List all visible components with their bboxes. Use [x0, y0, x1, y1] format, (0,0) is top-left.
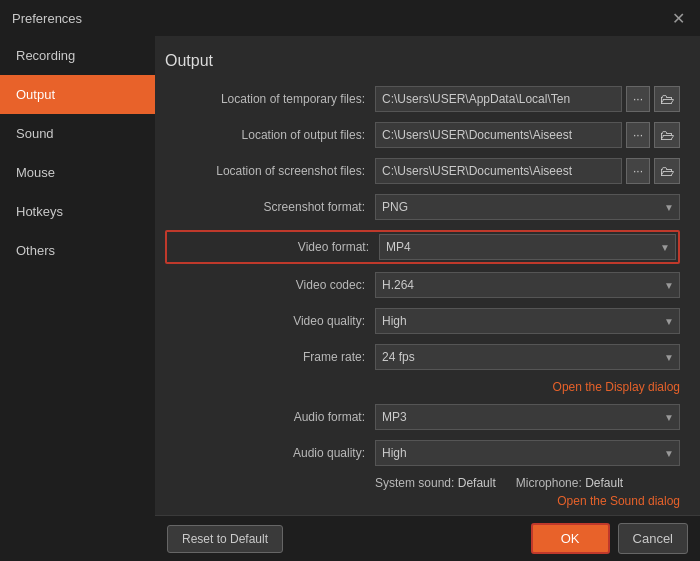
audio-quality-select-wrap: High Medium Low ▼	[375, 440, 680, 466]
window-title: Preferences	[12, 11, 82, 26]
screenshot-format-row: Screenshot format: PNG JPG BMP ▼	[165, 194, 680, 220]
footer-action-buttons: OK Cancel	[531, 523, 688, 554]
display-dialog-row: Open the Display dialog	[165, 380, 680, 394]
sidebar-item-recording[interactable]: Recording	[0, 36, 155, 75]
video-codec-row: Video codec: H.264 H.265 MPEG-4 ▼	[165, 272, 680, 298]
audio-quality-control: High Medium Low ▼	[375, 440, 680, 466]
video-codec-label: Video codec:	[165, 278, 375, 292]
microphone-info: Microphone: Default	[516, 476, 623, 490]
video-format-row: Video format: MP4 AVI MOV WMV ▼	[169, 234, 676, 260]
screenshot-format-label: Screenshot format:	[165, 200, 375, 214]
frame-rate-row: Frame rate: 24 fps 30 fps 60 fps ▼	[165, 344, 680, 370]
main-content-area: Recording Output Sound Mouse Hotkeys Oth…	[0, 36, 700, 561]
sound-dialog-row: Open the Sound dialog	[165, 494, 680, 508]
video-format-label: Video format:	[169, 240, 379, 254]
screenshot-files-control: ··· 🗁	[375, 158, 680, 184]
output-scroll-area: Output Location of temporary files: ··· …	[155, 36, 700, 515]
sidebar-item-sound[interactable]: Sound	[0, 114, 155, 153]
audio-format-select[interactable]: MP3 AAC WAV	[375, 404, 680, 430]
frame-rate-label: Frame rate:	[165, 350, 375, 364]
temp-files-folder-button[interactable]: 🗁	[654, 86, 680, 112]
frame-rate-select[interactable]: 24 fps 30 fps 60 fps	[375, 344, 680, 370]
screenshot-files-label: Location of screenshot files:	[165, 164, 375, 178]
output-files-input[interactable]	[375, 122, 622, 148]
video-quality-label: Video quality:	[165, 314, 375, 328]
sidebar-item-others[interactable]: Others	[0, 231, 155, 270]
video-quality-select[interactable]: High Medium Low	[375, 308, 680, 334]
audio-format-row: Audio format: MP3 AAC WAV ▼	[165, 404, 680, 430]
system-sound-label: System sound:	[375, 476, 454, 490]
video-format-control: MP4 AVI MOV WMV ▼	[379, 234, 676, 260]
video-format-select[interactable]: MP4 AVI MOV WMV	[379, 234, 676, 260]
screenshot-format-select-wrap: PNG JPG BMP ▼	[375, 194, 680, 220]
system-sound-info-row: System sound: Default Microphone: Defaul…	[165, 476, 680, 490]
microphone-value: Default	[585, 476, 623, 490]
video-quality-row: Video quality: High Medium Low ▼	[165, 308, 680, 334]
ok-button[interactable]: OK	[531, 523, 610, 554]
screenshot-files-row: Location of screenshot files: ··· 🗁	[165, 158, 680, 184]
output-section-title: Output	[165, 52, 680, 70]
frame-rate-control: 24 fps 30 fps 60 fps ▼	[375, 344, 680, 370]
open-sound-dialog-link[interactable]: Open the Sound dialog	[557, 494, 680, 508]
video-quality-control: High Medium Low ▼	[375, 308, 680, 334]
output-files-row: Location of output files: ··· 🗁	[165, 122, 680, 148]
sidebar-item-hotkeys[interactable]: Hotkeys	[0, 192, 155, 231]
title-bar: Preferences ✕	[0, 0, 700, 36]
screenshot-format-select[interactable]: PNG JPG BMP	[375, 194, 680, 220]
audio-format-control: MP3 AAC WAV ▼	[375, 404, 680, 430]
microphone-label: Microphone:	[516, 476, 582, 490]
sidebar: Recording Output Sound Mouse Hotkeys Oth…	[0, 36, 155, 561]
video-format-select-wrap: MP4 AVI MOV WMV ▼	[379, 234, 676, 260]
sidebar-item-output[interactable]: Output	[0, 75, 155, 114]
open-display-dialog-link[interactable]: Open the Display dialog	[553, 380, 680, 394]
screenshot-format-control: PNG JPG BMP ▼	[375, 194, 680, 220]
video-codec-control: H.264 H.265 MPEG-4 ▼	[375, 272, 680, 298]
reset-to-default-button[interactable]: Reset to Default	[167, 525, 283, 553]
audio-quality-label: Audio quality:	[165, 446, 375, 460]
audio-quality-row: Audio quality: High Medium Low ▼	[165, 440, 680, 466]
output-files-dots-button[interactable]: ···	[626, 122, 650, 148]
temp-files-row: Location of temporary files: ··· 🗁	[165, 86, 680, 112]
temp-files-control: ··· 🗁	[375, 86, 680, 112]
audio-format-label: Audio format:	[165, 410, 375, 424]
video-codec-select[interactable]: H.264 H.265 MPEG-4	[375, 272, 680, 298]
screenshot-files-input[interactable]	[375, 158, 622, 184]
temp-files-input[interactable]	[375, 86, 622, 112]
preferences-window: Preferences ✕ Recording Output Sound Mou…	[0, 0, 700, 561]
temp-files-dots-button[interactable]: ···	[626, 86, 650, 112]
video-format-highlighted-row: Video format: MP4 AVI MOV WMV ▼	[165, 230, 680, 264]
temp-files-label: Location of temporary files:	[165, 92, 375, 106]
system-sound-value: Default	[458, 476, 496, 490]
output-files-label: Location of output files:	[165, 128, 375, 142]
close-button[interactable]: ✕	[668, 8, 688, 28]
output-panel: Output Location of temporary files: ··· …	[155, 36, 700, 561]
output-files-folder-button[interactable]: 🗁	[654, 122, 680, 148]
sidebar-item-mouse[interactable]: Mouse	[0, 153, 155, 192]
screenshot-files-dots-button[interactable]: ···	[626, 158, 650, 184]
frame-rate-select-wrap: 24 fps 30 fps 60 fps ▼	[375, 344, 680, 370]
output-files-control: ··· 🗁	[375, 122, 680, 148]
system-sound-info: System sound: Default	[375, 476, 496, 490]
video-quality-select-wrap: High Medium Low ▼	[375, 308, 680, 334]
audio-format-select-wrap: MP3 AAC WAV ▼	[375, 404, 680, 430]
screenshot-files-folder-button[interactable]: 🗁	[654, 158, 680, 184]
dialog-footer: Reset to Default OK Cancel	[155, 515, 700, 561]
video-codec-select-wrap: H.264 H.265 MPEG-4 ▼	[375, 272, 680, 298]
cancel-button[interactable]: Cancel	[618, 523, 688, 554]
audio-quality-select[interactable]: High Medium Low	[375, 440, 680, 466]
